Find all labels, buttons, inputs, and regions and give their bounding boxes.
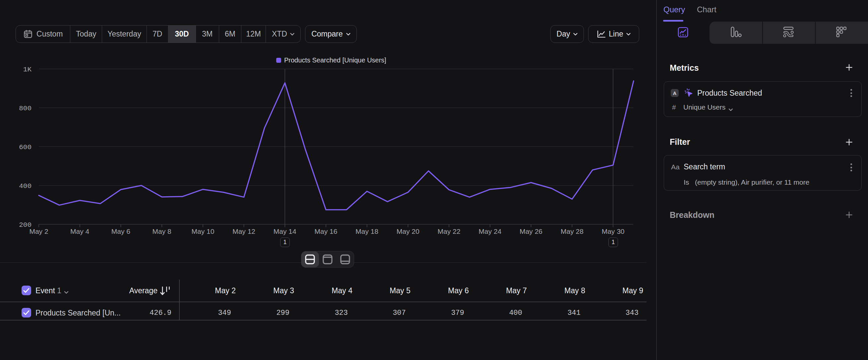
svg-text:May 16: May 16 [315,227,338,235]
svg-text:May 18: May 18 [355,227,378,235]
svg-text:May 12: May 12 [232,227,255,235]
svg-text:May 22: May 22 [438,227,461,235]
svg-text:May 10: May 10 [191,227,214,235]
svg-text:600: 600 [19,143,31,151]
svg-text:400: 400 [19,182,31,190]
svg-text:May 14: May 14 [274,227,297,235]
svg-text:May 8: May 8 [153,227,172,235]
svg-text:May 26: May 26 [520,227,542,235]
svg-text:May 20: May 20 [397,227,420,235]
svg-text:May 2: May 2 [29,227,48,235]
svg-text:May 24: May 24 [478,227,501,235]
svg-text:May 28: May 28 [561,227,584,235]
svg-text:1K: 1K [23,66,32,74]
svg-text:May 4: May 4 [70,227,90,235]
svg-text:May 30: May 30 [602,227,625,235]
svg-text:800: 800 [19,105,31,112]
svg-text:May 6: May 6 [112,227,130,235]
